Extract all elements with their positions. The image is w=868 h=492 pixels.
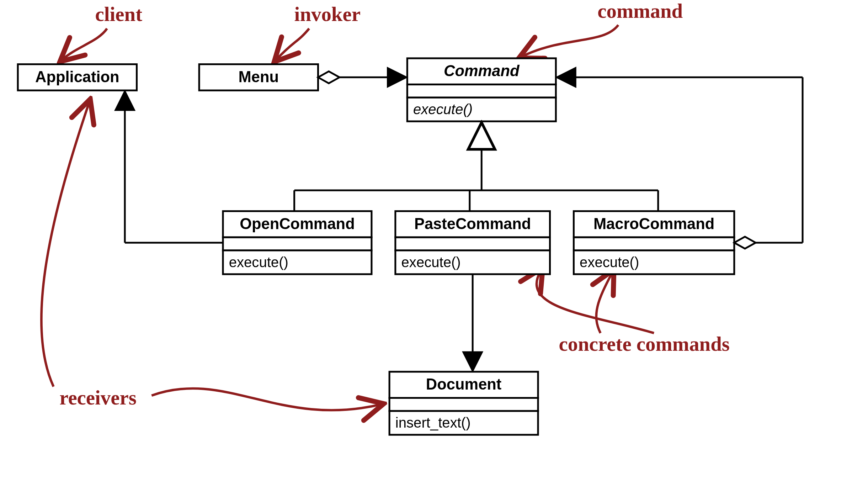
class-method: execute() (580, 254, 639, 270)
annotation-arrow (276, 28, 309, 59)
annotation-concrete: concrete commands (559, 333, 730, 355)
class-name: Application (35, 68, 119, 85)
svg-rect-9 (395, 237, 550, 250)
aggregation-menu-command (318, 72, 406, 83)
annotation-arrow (596, 273, 612, 333)
annotation-invoker: invoker (294, 3, 361, 25)
annotation-arrow (537, 271, 654, 333)
annotation-arrow (522, 25, 618, 57)
class-method: execute() (229, 254, 288, 270)
annotation-command: command (597, 0, 683, 22)
class-open-command: OpenCommand execute() (223, 211, 372, 274)
class-name: Command (444, 62, 520, 79)
class-application: Application (18, 64, 137, 91)
annotation-arrow (41, 102, 89, 387)
class-name: Document (426, 376, 501, 393)
class-menu: Menu (199, 64, 318, 91)
class-macro-command: MacroCommand execute() (574, 211, 734, 274)
class-paste-command: PasteCommand execute() (395, 211, 550, 274)
class-name: Menu (239, 68, 279, 85)
class-name: PasteCommand (414, 215, 531, 232)
annotation-arrow (151, 388, 380, 410)
class-name: MacroCommand (593, 215, 714, 232)
class-name: OpenCommand (240, 215, 355, 232)
uml-command-diagram: client invoker command concrete commands… (0, 0, 868, 492)
annotation-receivers: receivers (59, 386, 137, 409)
class-document: Document insert_text() (389, 372, 538, 435)
svg-rect-21 (389, 398, 538, 411)
svg-rect-3 (407, 84, 556, 97)
class-method: execute() (401, 254, 461, 270)
class-command: Command execute() (407, 58, 556, 121)
svg-rect-12 (574, 237, 734, 250)
class-method: execute() (413, 101, 473, 117)
svg-rect-6 (223, 237, 372, 250)
class-method: insert_text() (395, 415, 471, 431)
annotation-client: client (95, 3, 143, 25)
annotation-arrow (63, 28, 107, 59)
assoc-open-application (125, 91, 223, 243)
